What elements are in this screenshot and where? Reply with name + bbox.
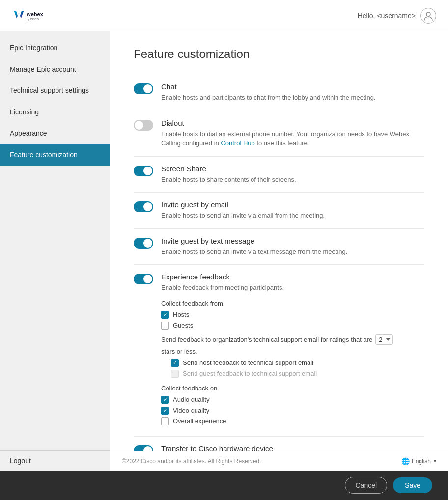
send-guest-checkbox-row: Send guest feedback to technical support…: [171, 370, 424, 378]
feature-row-invite-text: Invite guest by text message Enable host…: [134, 229, 424, 265]
screen-share-toggle[interactable]: [134, 165, 153, 176]
chevron-down-icon: ▾: [434, 458, 436, 464]
feature-row-experience-feedback: Experience feedback Enable feedback from…: [134, 265, 424, 437]
invite-email-title: Invite guest by email: [161, 200, 424, 209]
collect-on-label: Collect feedback on: [161, 385, 424, 392]
sidebar-item-licensing[interactable]: Licensing: [0, 102, 110, 123]
page-title: Feature customization: [134, 47, 424, 61]
send-guest-checkbox: [171, 370, 179, 378]
main-content: Feature customization Chat Enable hosts …: [110, 31, 448, 500]
svg-text:by CISCO: by CISCO: [27, 17, 39, 20]
audio-quality-label: Audio quality: [173, 396, 209, 403]
audio-quality-checkbox-row: Audio quality: [161, 396, 424, 404]
sidebar-item-feature-customization[interactable]: Feature customization: [0, 144, 110, 166]
invite-email-desc: Enable hosts to send an invite via email…: [161, 211, 424, 221]
guests-checkbox[interactable]: [161, 322, 169, 330]
overall-experience-checkbox-row: Overall experience: [161, 417, 424, 425]
send-host-checkbox[interactable]: [171, 359, 179, 367]
bottom-bar: Cancel Save: [0, 471, 448, 500]
sidebar-nav: Epic Integration Manage Epic account Tec…: [0, 37, 110, 450]
audio-quality-checkbox[interactable]: [161, 396, 169, 404]
logout-button[interactable]: Logout: [0, 450, 110, 471]
send-feedback-prefix: Send feedback to organization's technica…: [161, 336, 372, 343]
video-quality-label: Video quality: [173, 407, 209, 414]
svg-text:webex: webex: [26, 11, 44, 17]
main-layout: Epic Integration Manage Epic account Tec…: [0, 31, 448, 500]
chat-toggle[interactable]: [134, 83, 153, 94]
language-selector[interactable]: 🌐 English ▾: [401, 457, 436, 465]
overall-experience-label: Overall experience: [173, 417, 226, 425]
sidebar-item-epic-integration[interactable]: Epic Integration: [0, 37, 110, 59]
greeting-text: Hello, <username>: [358, 12, 416, 20]
guests-checkbox-row: Guests: [161, 322, 424, 330]
guests-label: Guests: [173, 322, 193, 329]
dialout-desc: Enable hosts to dial an external phone n…: [161, 129, 424, 148]
feature-row-screen-share: Screen Share Enable hosts to share conte…: [134, 157, 424, 193]
webex-logo-icon: webex by CISCO: [12, 6, 61, 25]
footer: ©2022 Cisco and/or its affiliates. All R…: [110, 451, 448, 471]
experience-feedback-toggle[interactable]: [134, 273, 153, 284]
control-hub-link[interactable]: Control Hub: [221, 139, 254, 147]
sidebar: Epic Integration Manage Epic account Tec…: [0, 31, 110, 471]
header-user-info: Hello, <username>: [358, 8, 436, 24]
send-host-checkbox-row: Send host feedback to technical support …: [171, 359, 424, 367]
send-feedback-suffix: stars or less.: [161, 348, 197, 355]
user-avatar[interactable]: [420, 8, 436, 24]
sidebar-item-technical-support-settings[interactable]: Technical support settings: [0, 80, 110, 102]
invite-email-toggle[interactable]: [134, 200, 153, 212]
feature-row-invite-email: Invite guest by email Enable hosts to se…: [134, 193, 424, 229]
feature-row-dialout: Dialout Enable hosts to dial an external…: [134, 111, 424, 157]
globe-icon: 🌐: [401, 457, 410, 465]
save-button[interactable]: Save: [393, 477, 432, 493]
send-host-label: Send host feedback to technical support …: [183, 359, 313, 366]
send-guest-label: Send guest feedback to technical support…: [183, 370, 317, 377]
feature-row-chat: Chat Enable hosts and participants to ch…: [134, 75, 424, 111]
experience-feedback-desc: Enable feedback from meeting participant…: [161, 283, 424, 293]
invite-text-title: Invite guest by text message: [161, 237, 424, 245]
hosts-checkbox[interactable]: [161, 311, 169, 319]
invite-text-desc: Enable hosts to send an invite via text …: [161, 247, 424, 257]
hosts-checkbox-row: Hosts: [161, 311, 424, 319]
experience-feedback-title: Experience feedback: [161, 273, 424, 281]
overall-experience-checkbox[interactable]: [161, 417, 169, 425]
top-header: webex by CISCO Hello, <username>: [0, 0, 448, 31]
chat-title: Chat: [161, 83, 424, 91]
stars-select[interactable]: 1 2 3 4 5: [375, 334, 393, 345]
screen-share-title: Screen Share: [161, 165, 424, 173]
sidebar-item-manage-epic-account[interactable]: Manage Epic account: [0, 59, 110, 81]
sidebar-item-appearance[interactable]: Appearance: [0, 123, 110, 144]
dialout-title: Dialout: [161, 119, 424, 127]
logo: webex by CISCO: [12, 6, 61, 25]
hosts-label: Hosts: [173, 311, 189, 318]
dialout-toggle[interactable]: [134, 119, 153, 131]
language-label: English: [412, 458, 431, 465]
collect-from-label: Collect feedback from: [161, 300, 424, 307]
video-quality-checkbox[interactable]: [161, 407, 169, 415]
send-feedback-row: Send feedback to organization's technica…: [161, 334, 424, 355]
screen-share-desc: Enable hosts to share contents of their …: [161, 175, 424, 185]
invite-text-toggle[interactable]: [134, 237, 153, 249]
feedback-subsection: Collect feedback from Hosts Guests Send …: [161, 300, 424, 425]
chat-desc: Enable hosts and participants to chat fr…: [161, 93, 424, 103]
svg-point-2: [426, 12, 430, 16]
video-quality-checkbox-row: Video quality: [161, 407, 424, 415]
cancel-button[interactable]: Cancel: [345, 477, 387, 494]
copyright-text: ©2022 Cisco and/or its affiliates. All R…: [122, 458, 261, 465]
